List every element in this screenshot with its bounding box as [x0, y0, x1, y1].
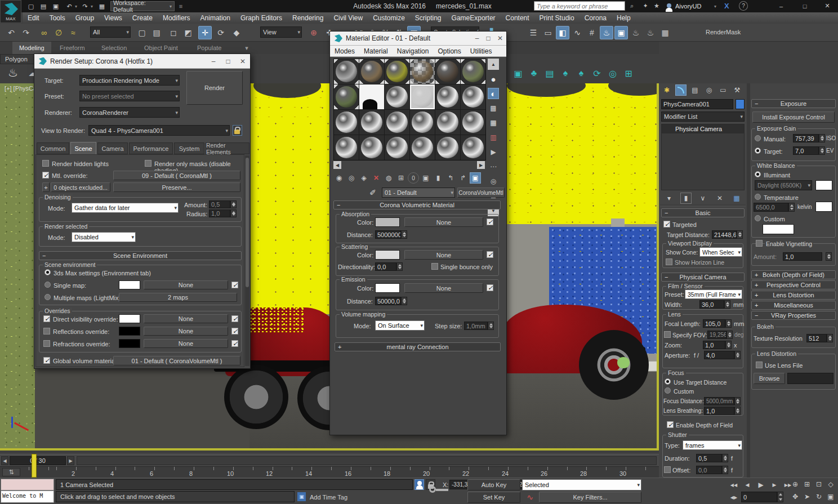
save-file-icon[interactable]: ▣	[51, 2, 61, 11]
zoom-extents-icon[interactable]: ⊡	[813, 479, 824, 490]
preset-dropdown[interactable]: No preset selected	[79, 91, 180, 101]
select-by-name-icon[interactable]: ▤	[150, 26, 163, 39]
ribbon-toggle-icon[interactable]: ▭	[541, 26, 555, 39]
show-in-viewport-icon[interactable]: ▣	[420, 172, 431, 184]
emission-distance-field[interactable]: 50000,0	[375, 297, 401, 305]
selection-set-dropdown[interactable]: Selected	[522, 479, 641, 490]
render-button[interactable]: Render	[186, 71, 243, 105]
mental-ray-rollout-header[interactable]: +mental ray Connection	[335, 342, 501, 351]
assign-material-icon[interactable]: ◈	[358, 172, 369, 184]
width-field[interactable]: 36,0	[699, 300, 724, 309]
material-name-dropdown[interactable]: 01 - Default	[382, 188, 455, 198]
qat-more-icon[interactable]: ≡	[177, 2, 185, 11]
orbit-icon[interactable]: ↻	[813, 491, 824, 502]
material-slot[interactable]	[359, 135, 384, 160]
track-bar[interactable]: ⇅ 0 2 4 6 8 10 12 14 16 18 20 22 24 26 2…	[0, 466, 659, 478]
select-and-move-icon[interactable]: ✛	[198, 26, 212, 39]
get-material-icon[interactable]: ◉	[333, 172, 345, 184]
help-icon[interactable]: ?	[739, 1, 748, 11]
illuminant-dropdown[interactable]: Daylight (6500K)	[755, 180, 812, 190]
single-map-none-button[interactable]: None	[144, 280, 228, 289]
set-key-button[interactable]: Set Key	[467, 492, 520, 503]
render-setup-icon[interactable]: ♨	[600, 26, 613, 39]
go-forward-sibling-icon[interactable]: ↱	[457, 172, 469, 184]
material-slot[interactable]	[334, 135, 359, 160]
material-slot[interactable]	[334, 84, 359, 109]
material-slot[interactable]	[385, 135, 409, 160]
step-size-spinner[interactable]	[488, 322, 494, 330]
me-menu-utilities[interactable]: Utilities	[466, 47, 497, 55]
denoising-radius-spinner[interactable]	[230, 209, 237, 217]
material-slot[interactable]	[385, 84, 409, 109]
menu-print-studio[interactable]: Print Studio	[534, 14, 580, 22]
previous-frame-icon[interactable]: ◀	[741, 479, 754, 490]
bokeh-rollout-header[interactable]: +Bokeh (Depth of Field)	[751, 270, 836, 279]
use-pivot-point-icon[interactable]: ⊕	[307, 26, 320, 39]
workspace-dropdown[interactable]: Workspace: Default ▾	[110, 1, 175, 11]
object-color-swatch[interactable]	[736, 99, 745, 109]
window-close-button[interactable]: ✕	[817, 0, 838, 12]
window-minimize-button[interactable]: –	[770, 0, 792, 12]
crossing-region-icon[interactable]: ◩	[181, 26, 195, 39]
render-mask-icon[interactable]: ▦	[658, 26, 672, 39]
viewport-label[interactable]: [+] [PhysCa	[5, 85, 37, 92]
redo-scene-icon[interactable]: ↷	[19, 26, 33, 39]
direct-visibility-none-button[interactable]: None	[144, 314, 228, 323]
backlight-icon[interactable]: ◐	[488, 88, 499, 99]
trackbar-mode-toggle-icon[interactable]: ⇅	[2, 468, 20, 476]
denoising-amount-spinner[interactable]	[230, 200, 237, 208]
corona-scatter-trees-icon[interactable]: ♣	[527, 66, 541, 80]
custom-focus-radio[interactable]	[665, 387, 671, 394]
stack-item-physical-camera[interactable]: Physical Camera	[662, 124, 744, 133]
time-back-icon[interactable]: ◀	[1, 456, 8, 465]
target-ev-spinner[interactable]	[819, 146, 825, 155]
ribbon-options-icon[interactable]: ▾	[241, 43, 252, 52]
absorption-color-swatch[interactable]	[375, 217, 400, 227]
sample-type-icon[interactable]: ●	[488, 73, 499, 84]
emission-map-checkbox[interactable]	[487, 284, 493, 291]
scene-environment-rollout-header[interactable]: −Scene Environment	[39, 251, 242, 260]
search-input[interactable]	[534, 1, 625, 11]
shutter-type-dropdown[interactable]: frames	[683, 440, 742, 450]
rectangular-region-icon[interactable]: ◻	[167, 26, 180, 39]
sample-uv-tiling-icon[interactable]: ▦	[488, 117, 499, 128]
install-exposure-button[interactable]: Install Exposure Control	[752, 111, 835, 123]
time-range-field[interactable]: 0 / 30	[10, 456, 66, 465]
texture-resolution-field[interactable]: 512	[806, 334, 827, 342]
temperature-radio[interactable]	[755, 194, 761, 200]
lens-distortion-rollout-header[interactable]: +Lens Distortion	[751, 291, 836, 300]
signin-user[interactable]: AivoryUD	[675, 3, 701, 10]
set-keys-icon[interactable]	[429, 486, 436, 493]
target-distance-field[interactable]: 21448,6	[712, 230, 737, 239]
menu-graph-editors[interactable]: Graph Editors	[235, 14, 287, 22]
vray-properties-rollout-header[interactable]: −VRay Properties	[751, 311, 836, 320]
menu-group[interactable]: Group	[70, 14, 99, 22]
material-slot[interactable]	[359, 110, 384, 135]
target-dropdown[interactable]: Production Rendering Mode	[79, 75, 180, 86]
perspective-control-rollout-header[interactable]: +Perspective Control	[751, 280, 836, 289]
select-and-scale-icon[interactable]: ◆	[230, 26, 243, 39]
me-menu-navigation[interactable]: Navigation	[393, 47, 434, 55]
dialog-maximize-icon[interactable]: □	[221, 57, 235, 65]
zoom-field[interactable]: 1,0	[703, 341, 725, 349]
render-hidden-lights-checkbox[interactable]	[42, 160, 49, 167]
select-object-icon[interactable]: ▢	[135, 26, 149, 39]
fov-field[interactable]: 19,256	[707, 331, 726, 339]
miscellaneous-rollout-header[interactable]: +Miscellaneous	[751, 301, 836, 310]
corona-vfb-icon[interactable]	[638, 66, 651, 80]
bind-spacewarp-icon[interactable]: ≈	[66, 26, 80, 39]
material-slot[interactable]	[435, 84, 460, 109]
material-slot[interactable]	[461, 135, 485, 160]
custom-wb-radio[interactable]	[755, 215, 761, 221]
exposure-rollout-header[interactable]: −Exposure	[751, 99, 836, 108]
reflections-none-button[interactable]: None	[144, 327, 228, 336]
material-slot[interactable]	[461, 84, 485, 109]
physical-camera-rollout-header[interactable]: −Physical Camera	[661, 273, 745, 282]
global-volume-button[interactable]: 01 - Default ( CoronaVolumeMtl )	[113, 356, 240, 365]
exclude-plus-button[interactable]: +	[42, 182, 50, 192]
material-slot-active[interactable]	[410, 84, 435, 109]
maximize-viewport-icon[interactable]: ▣	[825, 491, 836, 502]
current-frame-field[interactable]: 0	[741, 492, 777, 502]
material-slot[interactable]	[385, 59, 409, 84]
view-lock-button[interactable]	[233, 125, 242, 136]
